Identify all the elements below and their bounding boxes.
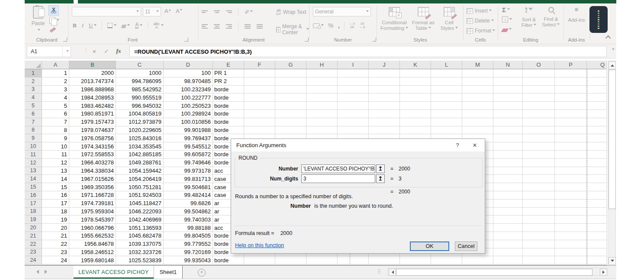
cell-H2[interactable] [306,77,338,86]
cell-I5[interactable] [338,102,369,110]
cell-P5[interactable] [555,102,587,110]
cell-N7[interactable] [493,118,523,126]
font-color-button[interactable]: A [135,23,142,29]
cell-F7[interactable] [244,118,275,126]
insert-function-button[interactable]: fx [113,46,124,56]
cell-N14[interactable] [493,175,523,183]
cell-P14[interactable] [555,175,587,183]
prev-sheet-button[interactable] [34,270,39,274]
cell-A7[interactable]: 7 [42,118,69,126]
align-center-button[interactable] [214,24,220,29]
cell-Q22[interactable] [587,240,607,248]
cell-G5[interactable] [275,102,306,110]
cell-H24[interactable] [306,256,338,264]
cell-I8[interactable] [338,126,369,135]
cell-P21[interactable] [555,232,587,240]
sort-filter-button[interactable]: AZ Sort & Filter [518,7,539,28]
cell-D18[interactable]: 99.504862 [164,208,213,216]
row-header-11[interactable]: 11 [25,151,42,159]
cell-G2[interactable] [275,77,306,86]
cell-D13[interactable]: 99.973178 [164,167,213,175]
borders-button[interactable] [107,23,116,28]
cell-A19[interactable]: 19 [42,216,69,224]
cell-N3[interactable] [493,86,523,94]
cell-J1[interactable] [369,69,400,77]
column-header-L[interactable]: L [431,61,462,69]
cell-N10[interactable] [493,142,523,151]
cell-N23[interactable] [493,248,523,257]
row-header-16[interactable]: 16 [25,191,42,200]
row-header-18[interactable]: 18 [25,208,42,216]
align-middle-button[interactable] [214,10,220,13]
cell-D7[interactable]: 100.010856 [164,118,213,126]
row-header-14[interactable]: 14 [25,175,42,183]
numdigits-arg-input[interactable]: 3 [301,174,375,183]
cell-Q24[interactable] [587,256,607,264]
cell-A2[interactable]: 2 [42,77,69,86]
cell-K5[interactable] [400,102,431,110]
cell-K3[interactable] [400,86,431,94]
cell-I2[interactable] [338,77,369,86]
cell-A4[interactable]: 4 [42,93,69,102]
decrease-font-button[interactable]: A▼ [176,8,183,14]
cell-P17[interactable] [555,200,587,208]
cell-B2[interactable]: 2013.747374 [69,77,116,86]
cell-L8[interactable] [431,126,462,135]
underline-button[interactable]: U [89,22,97,29]
cell-I1[interactable] [338,69,369,77]
cell-D1[interactable]: 100 [164,69,213,77]
cell-N2[interactable] [493,77,523,86]
cell-Q11[interactable] [587,151,607,159]
cell-Q3[interactable] [587,86,607,94]
dialog-close-button[interactable]: × [468,139,481,151]
number-arg-input[interactable]: 'LEVANT ACCESO PICHOY'!B:B [301,164,375,173]
cell-B1[interactable]: 2000 [69,69,116,77]
phonetic-button[interactable]: abcA [153,22,164,29]
cell-Q1[interactable] [587,69,607,77]
next-sheet-button[interactable] [45,270,49,274]
row-header-2[interactable]: 2 [25,77,42,86]
column-header-E[interactable]: E [213,61,244,69]
cell-B16[interactable]: 1971.166728 [69,191,116,200]
cell-P16[interactable] [555,191,587,200]
cell-C13[interactable]: 1054.159442 [116,167,164,175]
accounting-format-button[interactable] [313,23,324,28]
cell-B8[interactable]: 1978.074637 [69,126,116,135]
sheet-tab-levant-acceso-pichoy[interactable]: LEVANT ACCESO PICHOY [74,266,154,279]
column-header-K[interactable]: K [400,61,431,69]
copy-button[interactable] [49,17,59,24]
cell-C15[interactable]: 1050.751281 [116,183,164,191]
font-name-combo[interactable] [72,7,141,16]
cell-D15[interactable]: 99.504681 [164,183,213,191]
cell-M4[interactable] [462,93,493,102]
cell-D23[interactable]: 99.720169 [164,248,213,257]
column-header-B[interactable]: B [69,61,116,69]
cell-C17[interactable]: 1045.118427 [116,200,164,208]
delete-cells-button[interactable]: Delete [467,18,494,24]
cell-I6[interactable] [338,110,369,118]
scroll-down-button[interactable] [609,257,616,265]
cell-L6[interactable] [431,110,462,118]
cell-G3[interactable] [275,86,306,94]
cell-B5[interactable]: 1983.462482 [69,102,116,110]
cell-P23[interactable] [555,248,587,257]
column-header-F[interactable]: F [244,61,275,69]
cell-K7[interactable] [400,118,431,126]
cell-P9[interactable] [555,134,587,142]
cell-C6[interactable]: 1004.805819 [116,110,164,118]
row-header-13[interactable]: 13 [25,167,42,175]
cell-Q15[interactable] [587,183,607,191]
cell-E1[interactable]: PR 1 [213,69,244,77]
percent-style-button[interactable]: % [328,22,333,29]
cell-H8[interactable] [306,126,338,135]
cell-O10[interactable] [523,142,555,151]
cell-B20[interactable]: 1960.066796 [69,224,116,232]
wrap-text-button[interactable]: abc↵ Wrap Text [276,9,306,16]
cell-A21[interactable]: 21 [42,232,69,240]
cell-A15[interactable]: 15 [42,183,69,191]
column-header-N[interactable]: N [493,61,523,69]
formula-input[interactable]: =ROUND('LEVANT ACCESO PICHOY'!B:B,3) [129,46,607,57]
conditional-formatting-button[interactable]: ≠ Conditional Formatting [380,7,409,31]
cell-A10[interactable]: 10 [42,142,69,151]
cell-A23[interactable]: 23 [42,248,69,257]
